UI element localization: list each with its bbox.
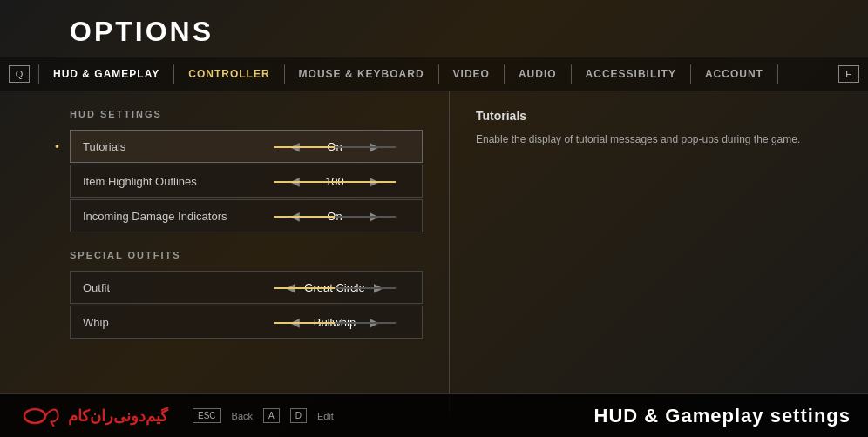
tutorials-row[interactable]: • Tutorials ◀ On ▶ xyxy=(70,130,423,163)
bottom-keys: ESC Back A D Edit xyxy=(193,408,334,423)
bottom-title: HUD & Gameplay settings xyxy=(594,405,851,427)
bottom-left: گیم‌دونی‌ران‌کام ESC Back A D Edit xyxy=(17,400,334,431)
nav-item-accessibility[interactable]: ACCESSIBILITY xyxy=(572,64,691,84)
nav-item-account[interactable]: ACCOUNT xyxy=(691,64,778,84)
item-highlight-control: ◀ 100 ▶ xyxy=(248,174,422,188)
nav-item-controller[interactable]: CONTROLLER xyxy=(174,64,284,84)
detail-description: Enable the display of tutorial messages … xyxy=(476,131,807,148)
outfit-label: Outfit xyxy=(71,281,248,294)
tutorials-slider xyxy=(274,146,396,148)
whip-slider-fill xyxy=(274,322,335,324)
page-title: OPTIONS xyxy=(70,16,868,48)
nav-item-mouse[interactable]: MOUSE & KEYBOARD xyxy=(285,64,439,84)
incoming-damage-row[interactable]: Incoming Damage Indicators ◀ On ▶ xyxy=(70,199,423,232)
incoming-damage-control: ◀ On ▶ xyxy=(248,209,422,223)
tutorials-label: Tutorials xyxy=(71,140,248,153)
outfits-section-heading: SPECIAL OUTFITS xyxy=(70,250,423,260)
a-key: A xyxy=(263,408,280,423)
outfit-row[interactable]: Outfit ◀ Great Circle ▶ xyxy=(70,271,423,304)
special-outfits-section: SPECIAL OUTFITS Outfit ◀ Great Circle ▶ xyxy=(70,250,423,339)
nav-item-video[interactable]: VIDEO xyxy=(439,64,505,84)
incoming-damage-slider xyxy=(274,216,396,218)
whip-label: Whip xyxy=(71,316,248,329)
nav-key-left[interactable]: Q xyxy=(9,65,30,83)
right-panel: Tutorials Enable the display of tutorial… xyxy=(449,91,868,415)
item-highlight-slider-fill xyxy=(274,181,396,183)
detail-title: Tutorials xyxy=(476,109,842,123)
d-key: D xyxy=(290,408,307,423)
item-highlight-label: Item Highlight Outlines xyxy=(71,175,248,188)
watermark: گیم‌دونی‌ران‌کام xyxy=(17,400,168,431)
whip-row[interactable]: Whip ◀ Bullwhip ▶ xyxy=(70,306,423,339)
item-highlight-slider xyxy=(274,181,396,183)
outfit-slider xyxy=(274,287,396,289)
esc-key: ESC xyxy=(193,408,221,423)
tutorials-control: ◀ On ▶ xyxy=(248,139,422,153)
nav-item-audio[interactable]: AUDIO xyxy=(505,64,572,84)
active-bullet: • xyxy=(55,139,59,153)
nav-items: HUD & GAMEPLAY CONTROLLER MOUSE & KEYBOA… xyxy=(38,64,830,84)
incoming-damage-slider-fill xyxy=(274,216,335,218)
item-highlight-row[interactable]: Item Highlight Outlines ◀ 100 ▶ xyxy=(70,165,423,198)
hud-settings-section: HUD SETTINGS • Tutorials ◀ On ▶ xyxy=(70,109,423,232)
left-panel: HUD SETTINGS • Tutorials ◀ On ▶ xyxy=(0,91,449,415)
hud-section-heading: HUD SETTINGS xyxy=(70,109,423,119)
incoming-damage-label: Incoming Damage Indicators xyxy=(71,210,248,223)
bottom-bar: گیم‌دونی‌ران‌کام ESC Back A D Edit HUD &… xyxy=(0,393,868,437)
watermark-icon xyxy=(17,400,61,431)
nav-item-hud[interactable]: HUD & GAMEPLAY xyxy=(38,64,174,84)
main-content: HUD SETTINGS • Tutorials ◀ On ▶ xyxy=(0,91,868,415)
outfit-slider-fill xyxy=(274,287,335,289)
nav-bar: Q HUD & GAMEPLAY CONTROLLER MOUSE & KEYB… xyxy=(0,57,868,91)
svg-point-0 xyxy=(24,409,45,423)
whip-control: ◀ Bullwhip ▶ xyxy=(248,315,422,329)
nav-key-right[interactable]: E xyxy=(838,65,859,83)
edit-label: Edit xyxy=(317,411,334,421)
outfit-control: ◀ Great Circle ▶ xyxy=(248,280,422,294)
back-label: Back xyxy=(232,411,253,421)
tutorials-slider-fill xyxy=(274,146,335,148)
watermark-text: گیم‌دونی‌ران‌کام xyxy=(68,407,168,426)
whip-slider xyxy=(274,322,396,324)
